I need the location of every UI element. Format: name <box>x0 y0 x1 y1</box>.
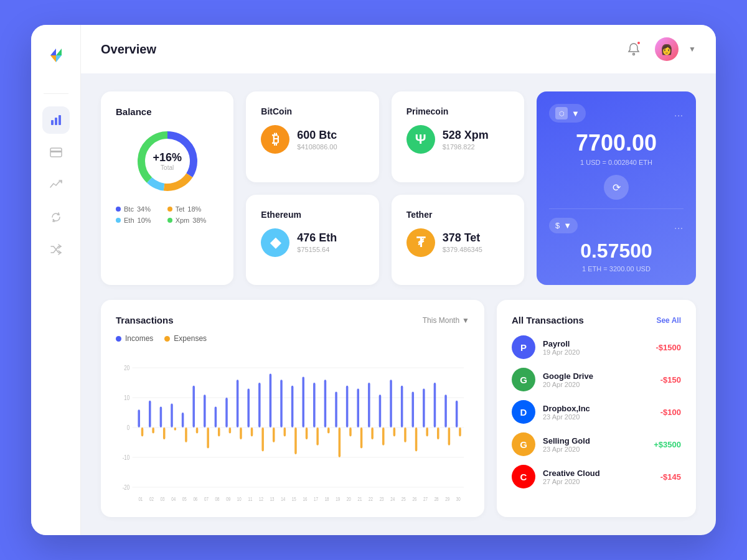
svg-rect-55 <box>247 389 250 427</box>
transaction-item-dropbox: D Dropbox,Inc 23 Apr 2020 -$100 <box>512 400 681 424</box>
tx-info-googledrive: Google Drive 20 Apr 2020 <box>543 371 653 388</box>
notification-button[interactable] <box>622 38 645 60</box>
bitcoin-info: ₿ 600 Btc $4108086.00 <box>261 125 364 154</box>
balance-title: Balance <box>116 106 218 117</box>
svg-rect-71 <box>306 427 308 439</box>
svg-text:10: 10 <box>124 393 129 401</box>
svg-text:03: 03 <box>161 496 165 502</box>
sidebar-item-trending[interactable] <box>42 171 70 198</box>
svg-rect-53 <box>240 427 242 439</box>
svg-rect-56 <box>251 427 253 436</box>
svg-rect-77 <box>327 427 330 434</box>
transactions-chart: 20 10 0 -10 -20 010203040506070809101112… <box>116 353 469 502</box>
bitcoin-amount: 600 Btc <box>297 129 337 142</box>
svg-rect-104 <box>426 427 428 436</box>
transaction-list: P Payroll 19 Apr 2020 -$1500 G Google Dr <box>512 335 681 488</box>
tx-name-payroll: Payroll <box>543 339 649 348</box>
sidebar-item-chart[interactable] <box>42 106 70 134</box>
dollar-sign: $ <box>555 221 560 230</box>
header-right: 👩 ▼ <box>622 37 696 61</box>
svg-rect-31 <box>160 406 162 427</box>
svg-text:11: 11 <box>248 496 252 502</box>
sidebar <box>31 25 81 535</box>
sidebar-item-refresh[interactable] <box>42 203 70 231</box>
svg-rect-68 <box>294 427 297 454</box>
cards-row: Balance <box>101 91 696 285</box>
tx-name-googledrive: Google Drive <box>543 371 653 381</box>
tx-date-sellinggold: 23 Apr 2020 <box>543 446 646 453</box>
all-transactions-title: All Transactions <box>512 315 584 325</box>
svg-rect-29 <box>152 427 154 434</box>
svg-rect-67 <box>291 386 294 427</box>
transaction-item-creativecloud: C Creative Cloud 27 Apr 2020 -$145 <box>512 465 681 488</box>
sidebar-item-card[interactable] <box>42 139 70 166</box>
svg-text:29: 29 <box>445 496 449 502</box>
legend-value-xpm: 38% <box>192 217 206 224</box>
tx-info-creativecloud: Creative Cloud 27 Apr 2020 <box>543 469 653 485</box>
legend-value-eth: 10% <box>138 217 151 224</box>
income-legend: Incomes <box>116 334 153 343</box>
period-selector[interactable]: This Month ▼ <box>423 316 469 325</box>
chart-legend: Incomes Expenses <box>116 334 469 343</box>
svg-rect-40 <box>192 386 195 427</box>
tx-name-sellinggold: Selling Gold <box>543 436 646 446</box>
tx-date-creativecloud: 27 Apr 2020 <box>543 478 653 485</box>
svg-text:16: 16 <box>303 496 307 502</box>
svg-rect-88 <box>368 383 370 427</box>
svg-text:-20: -20 <box>123 483 130 491</box>
svg-rect-32 <box>163 427 166 439</box>
legend-value-tet: 18% <box>187 205 201 213</box>
svg-rect-49 <box>225 398 228 427</box>
eth-diamond-icon: ⬡ <box>555 107 568 119</box>
swap-button[interactable]: ⟳ <box>604 175 629 200</box>
svg-text:24: 24 <box>390 496 395 502</box>
svg-rect-26 <box>141 427 144 436</box>
primecoin-icon: Ψ <box>406 125 435 154</box>
tx-icon-dropbox: D <box>512 400 535 424</box>
user-menu-chevron[interactable]: ▼ <box>688 45 696 54</box>
svg-text:04: 04 <box>171 496 176 502</box>
legend-dot-btc <box>116 207 121 212</box>
tx-date-dropbox: 23 Apr 2020 <box>543 413 653 421</box>
svg-rect-44 <box>207 427 209 449</box>
svg-rect-41 <box>196 427 199 434</box>
usd-currency-selector[interactable]: $ ▼ <box>549 218 578 233</box>
svg-text:01: 01 <box>138 496 143 502</box>
tether-usd: $379.486345 <box>443 246 482 253</box>
legend-value-btc: 34% <box>137 205 151 213</box>
svg-rect-46 <box>215 406 217 427</box>
svg-text:05: 05 <box>182 496 187 502</box>
svg-rect-97 <box>401 386 403 427</box>
sidebar-logo[interactable] <box>43 42 69 68</box>
legend-label-xpm: Xpm <box>176 217 190 224</box>
tx-info-dropbox: Dropbox,Inc 23 Apr 2020 <box>543 404 653 421</box>
svg-text:25: 25 <box>402 496 406 502</box>
legend-label-btc: Btc <box>124 205 134 213</box>
svg-text:18: 18 <box>325 496 329 502</box>
tether-amounts: 378 Tet $379.486345 <box>443 231 482 253</box>
tx-amount-sellinggold: +$3500 <box>654 440 681 449</box>
exchange-card-menu[interactable]: ... <box>674 108 684 118</box>
app-shell: Overview 👩 ▼ Balance <box>31 25 716 535</box>
svg-rect-9 <box>50 151 62 152</box>
ethereum-icon: ◆ <box>261 228 289 257</box>
exchange-card-menu2[interactable]: ... <box>674 221 684 231</box>
see-all-button[interactable]: See All <box>656 316 681 325</box>
ethereum-amounts: 476 Eth $75155.64 <box>297 231 337 253</box>
avatar[interactable]: 👩 <box>655 37 679 61</box>
svg-rect-109 <box>444 394 447 427</box>
svg-text:09: 09 <box>226 496 230 502</box>
ethereum-amount: 476 Eth <box>297 231 337 245</box>
exchange-card-header: ⬡ ▼ ... <box>549 104 684 123</box>
donut-center: +16% Total <box>153 151 182 171</box>
legend-btc: Btc 34% <box>116 205 167 213</box>
svg-text:12: 12 <box>259 496 263 502</box>
eth-currency-selector[interactable]: ⬡ ▼ <box>549 104 586 123</box>
svg-rect-89 <box>371 427 374 439</box>
balance-total-label: Total <box>153 164 182 171</box>
ethereum-usd: $75155.64 <box>297 246 337 253</box>
sidebar-item-shuffle[interactable] <box>42 236 70 263</box>
svg-rect-25 <box>138 409 140 427</box>
ethereum-card: Ethereum ◆ 476 Eth $75155.64 <box>246 195 378 286</box>
donut-chart-container: +16% Total <box>116 127 218 195</box>
